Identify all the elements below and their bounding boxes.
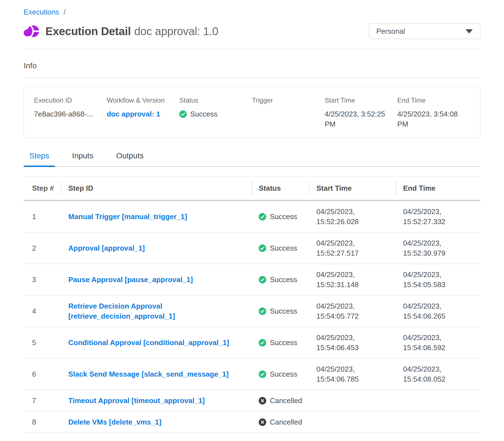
execution-detail-page: Executions/ Execution Detaildoc approval… [0, 0, 504, 433]
table-row: 2 Approval [approval_1] Success 04/25/20… [24, 232, 480, 264]
table-row: 7 Timeout Approval [timeout_approval_1] … [24, 390, 480, 411]
info-field-label: End Time [397, 96, 470, 105]
step-status-cell: Success [252, 332, 310, 353]
step-status-cell: Cancelled [252, 390, 310, 411]
timestamp-line: 15:54:06.265 [403, 311, 475, 321]
step-end-time-cell: 04/25/2023,15:54:08.052 [396, 358, 480, 390]
timestamp-line: 15:52:31.148 [316, 280, 391, 290]
step-start-time-cell: 04/25/2023,15:54:06.785 [310, 358, 396, 390]
step-id-cell: Retrieve Decision Approval [retrieve_dec… [62, 295, 252, 327]
tab-steps[interactable]: Steps [24, 151, 55, 166]
info-field-value: doc approval: 1 [107, 109, 173, 119]
info-field-value: Success [179, 109, 246, 119]
timestamp-line: 04/25/2023, [403, 364, 475, 374]
table-row: 4 Retrieve Decision Approval [retrieve_d… [24, 295, 480, 327]
column-header-start-time: Start Time [310, 176, 396, 200]
steps-table-body: 1 Manual Trigger [manual_trigger_1] Succ… [24, 201, 480, 433]
step-status-text: Cancelled [270, 396, 302, 406]
timestamp-line: 04/25/2023, [403, 270, 475, 280]
timestamp-line: 04/25/2023, [316, 238, 391, 248]
timestamp-line: 15:54:06.592 [403, 343, 475, 353]
check-circle-icon [259, 213, 266, 220]
step-end-time-cell: 04/25/2023,15:54:05.583 [396, 264, 480, 295]
tab-outputs[interactable]: Outputs [111, 151, 149, 166]
step-status-text: Success [270, 275, 297, 285]
info-section: Info Execution ID 7e8ac396-a868-... Work… [24, 61, 480, 138]
step-id-link[interactable]: Delete VMs [delete_vms_1] [68, 417, 161, 427]
page-title-workflow-version: doc approval: 1.0 [134, 25, 218, 37]
check-circle-icon [259, 370, 266, 378]
table-row: 1 Manual Trigger [manual_trigger_1] Succ… [24, 201, 480, 232]
step-number-cell: 7 [24, 390, 62, 411]
timestamp-line: 15:52:30.979 [403, 248, 475, 258]
info-field-label: Trigger [252, 96, 325, 105]
step-id-cell: Approval [approval_1] [62, 238, 252, 259]
step-status-cell: Success [252, 206, 310, 227]
info-field-label: Workflow & Version [107, 96, 180, 105]
timestamp-line: 15:54:06.785 [316, 374, 391, 384]
info-field: Start Time 4/25/2023, 3:52:25 PM [325, 96, 398, 129]
info-field: End Time 4/25/2023, 3:54:08 PM [397, 96, 470, 129]
step-status-text: Success [270, 243, 297, 253]
breadcrumb-separator: / [64, 8, 66, 16]
step-start-time-cell: 04/25/2023,15:54:06.453 [310, 327, 396, 358]
page-header: Execution Detaildoc approval: 1.0 Person… [24, 22, 480, 40]
workspace-dropdown[interactable]: Personal [369, 23, 480, 39]
timestamp-line: 04/25/2023, [316, 207, 391, 217]
step-end-time-cell: 04/25/2023,15:54:06.592 [396, 327, 480, 358]
step-id-link[interactable]: Slack Send Message [slack_send_message_1… [68, 369, 229, 379]
info-field: Execution ID 7e8ac396-a868-... [34, 96, 107, 129]
step-status-text: Success [270, 338, 297, 348]
step-id-link[interactable]: Approval [approval_1] [68, 243, 145, 253]
header-divider [24, 49, 480, 49]
info-field-label: Execution ID [34, 96, 107, 105]
step-id-link[interactable]: Timeout Approval [timeout_approval_1] [68, 396, 205, 406]
step-id-link[interactable]: Manual Trigger [manual_trigger_1] [68, 212, 187, 222]
step-end-time-cell [396, 395, 480, 406]
step-id-cell: Conditional Approval [conditional_approv… [62, 332, 252, 353]
info-field-value: 7e8ac396-a868-... [34, 109, 100, 119]
step-id-cell: Slack Send Message [slack_send_message_1… [62, 364, 252, 385]
breadcrumb: Executions/ [24, 8, 480, 16]
step-start-time-cell: 04/25/2023,15:52:27.517 [310, 232, 396, 264]
steps-table-header: Step #Step IDStatusStart TimeEnd Time [24, 176, 480, 201]
step-id-cell: Timeout Approval [timeout_approval_1] [62, 390, 252, 411]
step-end-time-cell [396, 416, 480, 428]
workflow-version-link[interactable]: doc approval: 1 [107, 110, 160, 118]
timestamp-line: 15:54:06.453 [316, 343, 391, 353]
timestamp-line: 04/25/2023, [403, 333, 475, 343]
step-number-cell: 6 [24, 364, 62, 385]
step-number-cell: 2 [24, 238, 62, 259]
step-id-link[interactable]: Conditional Approval [conditional_approv… [68, 338, 229, 348]
step-status-text: Success [270, 212, 297, 222]
column-header-status: Status [252, 176, 310, 200]
step-status-text: Success [270, 369, 297, 379]
step-number-cell: 1 [24, 206, 62, 227]
step-id-cell: Pause Approval [pause_approval_1] [62, 269, 252, 290]
info-section-title: Info [24, 61, 480, 71]
step-status-cell: Success [252, 238, 310, 259]
step-id-cell: Delete VMs [delete_vms_1] [62, 411, 252, 433]
step-id-link[interactable]: Retrieve Decision Approval [retrieve_dec… [68, 301, 246, 321]
step-id-link[interactable]: Pause Approval [pause_approval_1] [68, 275, 193, 285]
breadcrumb-link-executions[interactable]: Executions [24, 8, 59, 16]
table-row: 5 Conditional Approval [conditional_appr… [24, 327, 480, 358]
step-status-cell: Cancelled [252, 411, 310, 433]
info-field: Trigger [252, 96, 325, 129]
table-row: 3 Pause Approval [pause_approval_1] Succ… [24, 264, 480, 295]
table-row: 8 Delete VMs [delete_vms_1] Cancelled [24, 411, 480, 433]
page-title: Execution Detaildoc approval: 1.0 [45, 25, 218, 38]
timestamp-line: 04/25/2023, [316, 333, 391, 343]
info-field-label: Start Time [325, 96, 398, 105]
info-field-label: Status [179, 96, 252, 105]
timestamp-line: 15:52:26.028 [316, 217, 391, 227]
step-number-cell: 4 [24, 301, 62, 322]
step-end-time-cell: 04/25/2023,15:54:06.265 [396, 295, 480, 327]
step-start-time-cell: 04/25/2023,15:52:26.028 [310, 201, 396, 232]
tab-inputs[interactable]: Inputs [67, 151, 99, 166]
step-id-cell: Manual Trigger [manual_trigger_1] [62, 206, 252, 227]
step-status-text: Cancelled [270, 417, 302, 427]
check-circle-icon [259, 307, 266, 315]
timestamp-line: 04/25/2023, [316, 364, 391, 374]
column-header-end-time: End Time [396, 176, 480, 200]
